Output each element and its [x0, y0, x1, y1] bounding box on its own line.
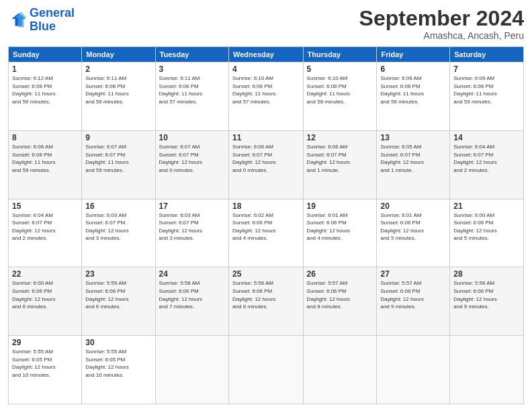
day-number: 8 [12, 133, 78, 142]
day-number: 25 [232, 269, 300, 279]
calendar-cell: 1Sunrise: 6:12 AM Sunset: 6:08 PM Daylig… [9, 62, 82, 131]
page: General Blue September 2024 Amashca, Anc… [0, 0, 532, 411]
calendar-cell: 3Sunrise: 6:11 AM Sunset: 6:08 PM Daylig… [155, 62, 228, 131]
day-number: 9 [85, 133, 151, 142]
day-number: 1 [12, 64, 78, 74]
day-of-week-header: Friday [377, 47, 450, 62]
calendar-cell: 4Sunrise: 6:10 AM Sunset: 6:08 PM Daylig… [229, 62, 304, 131]
calendar-body: 1Sunrise: 6:12 AM Sunset: 6:08 PM Daylig… [9, 62, 524, 404]
day-info: Sunrise: 6:08 AM Sunset: 6:08 PM Dayligh… [12, 143, 78, 174]
day-number: 6 [380, 64, 446, 74]
day-number: 26 [307, 269, 373, 279]
calendar-cell: 8Sunrise: 6:08 AM Sunset: 6:08 PM Daylig… [9, 130, 82, 199]
day-number: 5 [307, 64, 373, 74]
calendar-cell: 20Sunrise: 6:01 AM Sunset: 6:06 PM Dayli… [377, 199, 450, 267]
day-info: Sunrise: 5:57 AM Sunset: 6:06 PM Dayligh… [307, 279, 373, 310]
day-of-week-header: Thursday [303, 47, 377, 62]
logo-line2: Blue [30, 19, 56, 33]
day-of-week-row: SundayMondayTuesdayWednesdayThursdayFrid… [9, 47, 524, 62]
calendar-week-row: 15Sunrise: 6:04 AM Sunset: 6:07 PM Dayli… [9, 199, 524, 267]
calendar-cell: 7Sunrise: 6:09 AM Sunset: 6:08 PM Daylig… [450, 62, 524, 131]
day-number: 17 [159, 201, 225, 211]
month-title: September 2024 [359, 7, 524, 30]
day-number: 4 [232, 64, 300, 74]
day-info: Sunrise: 6:10 AM Sunset: 6:08 PM Dayligh… [307, 75, 373, 105]
calendar-cell: 25Sunrise: 5:58 AM Sunset: 6:06 PM Dayli… [229, 267, 304, 336]
calendar-cell: 24Sunrise: 5:58 AM Sunset: 6:06 PM Dayli… [155, 267, 228, 336]
day-info: Sunrise: 5:59 AM Sunset: 6:06 PM Dayligh… [85, 279, 151, 310]
calendar-cell: 17Sunrise: 6:03 AM Sunset: 6:07 PM Dayli… [155, 199, 228, 267]
day-number: 7 [453, 64, 520, 74]
day-number: 21 [453, 201, 520, 211]
location-title: Amashca, Ancash, Peru [359, 30, 524, 41]
day-info: Sunrise: 6:01 AM Sunset: 6:06 PM Dayligh… [380, 212, 446, 242]
day-info: Sunrise: 5:55 AM Sunset: 6:05 PM Dayligh… [12, 348, 78, 379]
calendar-cell [303, 336, 377, 404]
calendar-cell: 16Sunrise: 6:03 AM Sunset: 6:07 PM Dayli… [82, 199, 155, 267]
calendar-cell [377, 336, 450, 404]
calendar-week-row: 1Sunrise: 6:12 AM Sunset: 6:08 PM Daylig… [9, 62, 524, 131]
day-info: Sunrise: 6:03 AM Sunset: 6:07 PM Dayligh… [159, 212, 225, 242]
day-of-week-header: Monday [82, 47, 155, 62]
day-number: 27 [380, 269, 446, 279]
calendar-cell: 9Sunrise: 6:07 AM Sunset: 6:07 PM Daylig… [82, 130, 155, 199]
day-info: Sunrise: 6:03 AM Sunset: 6:07 PM Dayligh… [85, 212, 151, 242]
day-info: Sunrise: 6:01 AM Sunset: 6:06 PM Dayligh… [307, 212, 373, 242]
day-info: Sunrise: 6:09 AM Sunset: 6:08 PM Dayligh… [380, 75, 446, 105]
calendar-cell: 15Sunrise: 6:04 AM Sunset: 6:07 PM Dayli… [9, 199, 82, 267]
calendar-week-row: 29Sunrise: 5:55 AM Sunset: 6:05 PM Dayli… [9, 336, 524, 404]
day-info: Sunrise: 6:11 AM Sunset: 6:08 PM Dayligh… [85, 75, 151, 105]
day-number: 10 [159, 133, 225, 142]
day-number: 13 [380, 133, 446, 142]
day-info: Sunrise: 5:57 AM Sunset: 6:06 PM Dayligh… [380, 279, 446, 310]
calendar-cell: 10Sunrise: 6:07 AM Sunset: 6:07 PM Dayli… [155, 130, 228, 199]
day-number: 28 [453, 269, 520, 279]
day-of-week-header: Sunday [9, 47, 82, 62]
calendar-cell: 22Sunrise: 6:00 AM Sunset: 6:06 PM Dayli… [9, 267, 82, 336]
calendar-cell: 30Sunrise: 5:55 AM Sunset: 6:05 PM Dayli… [82, 336, 155, 404]
day-number: 12 [307, 133, 373, 142]
calendar-table: SundayMondayTuesdayWednesdayThursdayFrid… [8, 46, 524, 404]
day-info: Sunrise: 6:11 AM Sunset: 6:08 PM Dayligh… [159, 75, 225, 105]
day-info: Sunrise: 6:00 AM Sunset: 6:06 PM Dayligh… [12, 279, 78, 310]
day-info: Sunrise: 6:07 AM Sunset: 6:07 PM Dayligh… [85, 143, 151, 174]
day-info: Sunrise: 5:56 AM Sunset: 6:06 PM Dayligh… [453, 279, 520, 310]
calendar-cell: 21Sunrise: 6:00 AM Sunset: 6:06 PM Dayli… [450, 199, 524, 267]
day-info: Sunrise: 6:07 AM Sunset: 6:07 PM Dayligh… [159, 143, 225, 174]
day-number: 11 [232, 133, 300, 142]
calendar-cell: 5Sunrise: 6:10 AM Sunset: 6:08 PM Daylig… [303, 62, 377, 131]
calendar-cell: 26Sunrise: 5:57 AM Sunset: 6:06 PM Dayli… [303, 267, 377, 336]
calendar-week-row: 8Sunrise: 6:08 AM Sunset: 6:08 PM Daylig… [9, 130, 524, 199]
day-number: 3 [159, 64, 225, 74]
calendar-cell: 12Sunrise: 6:06 AM Sunset: 6:07 PM Dayli… [303, 130, 377, 199]
day-number: 20 [380, 201, 446, 211]
day-number: 2 [85, 64, 151, 74]
logo-text: General Blue [30, 7, 75, 34]
title-block: September 2024 Amashca, Ancash, Peru [359, 7, 524, 41]
calendar-cell: 18Sunrise: 6:02 AM Sunset: 6:06 PM Dayli… [229, 199, 304, 267]
day-number: 18 [232, 201, 300, 211]
day-number: 30 [85, 338, 151, 347]
day-of-week-header: Tuesday [155, 47, 228, 62]
day-number: 29 [12, 338, 78, 347]
calendar-week-row: 22Sunrise: 6:00 AM Sunset: 6:06 PM Dayli… [9, 267, 524, 336]
calendar-cell: 28Sunrise: 5:56 AM Sunset: 6:06 PM Dayli… [450, 267, 524, 336]
logo-line1: General [30, 6, 75, 19]
day-info: Sunrise: 5:58 AM Sunset: 6:06 PM Dayligh… [159, 279, 225, 310]
day-info: Sunrise: 6:06 AM Sunset: 6:07 PM Dayligh… [232, 143, 300, 174]
day-info: Sunrise: 5:58 AM Sunset: 6:06 PM Dayligh… [232, 279, 300, 310]
day-number: 15 [12, 201, 78, 211]
logo: General Blue [8, 7, 75, 34]
calendar-cell: 23Sunrise: 5:59 AM Sunset: 6:06 PM Dayli… [82, 267, 155, 336]
calendar-cell: 11Sunrise: 6:06 AM Sunset: 6:07 PM Dayli… [229, 130, 304, 199]
header: General Blue September 2024 Amashca, Anc… [8, 7, 524, 41]
calendar-cell: 19Sunrise: 6:01 AM Sunset: 6:06 PM Dayli… [303, 199, 377, 267]
day-number: 16 [85, 201, 151, 211]
day-of-week-header: Wednesday [229, 47, 304, 62]
calendar-cell [155, 336, 228, 404]
calendar-cell [450, 336, 524, 404]
day-info: Sunrise: 6:06 AM Sunset: 6:07 PM Dayligh… [307, 143, 373, 174]
calendar-cell: 14Sunrise: 6:04 AM Sunset: 6:07 PM Dayli… [450, 130, 524, 199]
day-number: 14 [453, 133, 520, 142]
day-number: 22 [12, 269, 78, 279]
